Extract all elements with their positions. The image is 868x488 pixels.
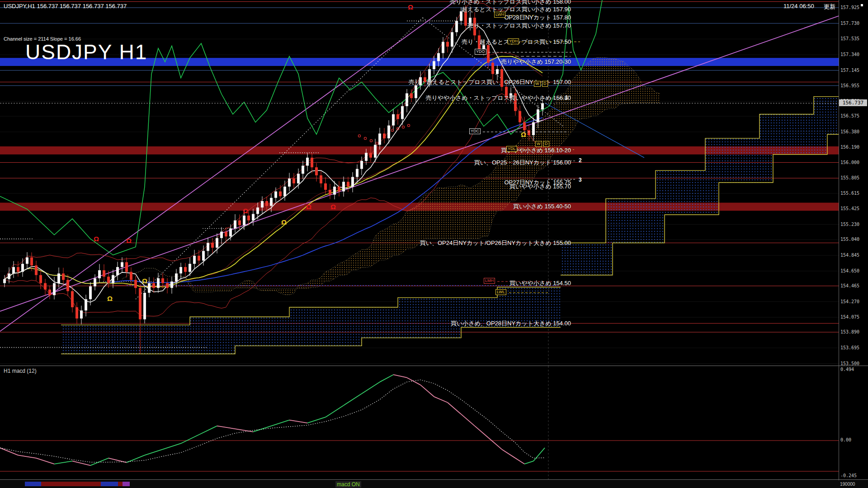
svg-text:Ω: Ω — [330, 203, 336, 211]
timeline-segment — [101, 482, 118, 486]
macd-chart[interactable] — [0, 366, 839, 480]
price-axis-label: 156.575 — [840, 113, 859, 118]
corner-indicator — [861, 4, 863, 6]
price-axis-label: 153.695 — [840, 345, 859, 350]
price-axis-label: 156.000 — [840, 160, 859, 165]
macd-axis-label: 0.00 — [840, 437, 851, 442]
macd-indicator-label: H1 macd (12) — [4, 368, 37, 374]
timeline-segment — [118, 482, 123, 486]
svg-text:Ω: Ω — [521, 131, 526, 138]
svg-text:Ω: Ω — [281, 218, 287, 226]
price-axis-label: 157.145 — [840, 68, 859, 73]
axis-separator[interactable] — [839, 0, 839, 488]
price-axis-label: 155.230 — [840, 222, 859, 227]
svg-text:Ω: Ω — [408, 3, 413, 11]
symbol-ohlc-readout: USDJPY,H1 156.737 156.737 156.737 156.73… — [4, 3, 127, 9]
svg-text:Ω: Ω — [126, 237, 132, 244]
price-axis-label: 154.465 — [840, 283, 859, 288]
svg-text:Ω: Ω — [142, 277, 147, 285]
price-axis-label: 154.650 — [840, 268, 859, 273]
svg-text:Ω: Ω — [243, 207, 248, 215]
refresh-button[interactable]: 更新 — [824, 3, 835, 11]
price-axis-label: 155.805 — [840, 175, 859, 180]
price-axis-label: 157.535 — [840, 36, 859, 41]
price-axis-label: 157.340 — [840, 52, 859, 57]
price-axis-label: 154.845 — [840, 253, 859, 258]
price-axis-label: 156.380 — [840, 129, 859, 134]
price-axis-label: 153.890 — [840, 329, 859, 334]
macd-toggle-button[interactable]: macd ON — [335, 481, 361, 488]
macd-axis-label: -0.245 — [840, 473, 857, 478]
timeline-segment — [41, 482, 101, 486]
pane-separator — [0, 479, 868, 480]
current-price-tag: 156.737 — [839, 99, 867, 106]
timeline-right-label: 190000 — [840, 482, 855, 487]
price-axis-label: 157.730 — [840, 21, 859, 26]
price-axis-label: 155.425 — [840, 206, 859, 211]
price-axis-label: 156.190 — [840, 145, 859, 150]
price-axis-label: 154.075 — [840, 314, 859, 319]
pane-separator — [0, 366, 868, 366]
price-axis-label: 154.270 — [840, 299, 859, 304]
macd-axis-label: 0.494 — [840, 367, 854, 372]
timeline-segment — [25, 482, 41, 486]
datetime-label: 11/24 06:50 — [783, 3, 814, 9]
chart-window: ΩΩΩΩΩΩΩΩΩΩ 157.925157.730157.535157.3401… — [0, 0, 868, 488]
timeline-segment — [123, 482, 130, 486]
price-axis-label: 153.500 — [840, 361, 859, 366]
price-axis-label: 157.925 — [840, 5, 859, 10]
svg-text:Ω: Ω — [94, 235, 99, 243]
price-axis-label: 155.040 — [840, 237, 859, 242]
price-axis-label: 155.615 — [840, 191, 859, 196]
svg-text:Ω: Ω — [306, 203, 311, 211]
timeline-bar[interactable]: 11/24 macd ON 190000 — [0, 480, 868, 488]
price-axis-label: 156.955 — [840, 83, 859, 88]
svg-text:Ω: Ω — [107, 295, 113, 302]
chart-title: USDJPY H1 — [25, 40, 147, 64]
